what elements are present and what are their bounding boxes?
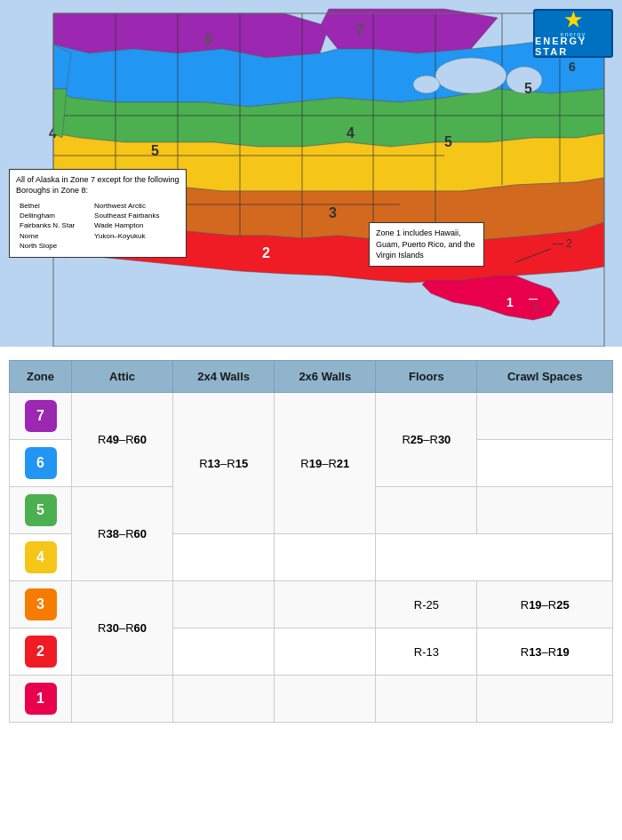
crawl-spaces-cell xyxy=(477,393,613,440)
floors-cell: R-25 xyxy=(376,581,477,628)
crawl-spaces-cell xyxy=(477,676,613,723)
floors-cell: R25–R30 xyxy=(376,393,477,487)
insulation-table: Zone Attic 2x4 Walls 2x6 Walls Floors Cr… xyxy=(9,360,613,723)
floors-cell: R-13 xyxy=(376,628,477,676)
walls-2x4-cell xyxy=(173,676,275,723)
walls-2x4-cell: R13–R15 xyxy=(173,393,275,534)
zone1-note: Zone 1 includes Hawaii, Guam, Puerto Ric… xyxy=(369,222,484,267)
svg-point-22 xyxy=(413,76,440,93)
floors-cell xyxy=(376,487,477,534)
svg-text:7: 7 xyxy=(355,21,364,39)
zone-cell: 4 xyxy=(10,534,72,581)
zone-cell: 3 xyxy=(10,581,72,628)
star-label: ENERGY STAR xyxy=(535,36,611,57)
col-crawl-spaces: Crawl Spaces xyxy=(477,361,613,393)
zone-cell: 5 xyxy=(10,487,72,534)
attic-cell: R38–R60 xyxy=(72,487,173,581)
svg-point-20 xyxy=(435,58,506,93)
crawl-spaces-cell xyxy=(477,440,613,487)
crawl-spaces-cell xyxy=(477,487,613,534)
crawl-spaces-cell: R13–R19 xyxy=(477,628,613,676)
svg-text:1: 1 xyxy=(506,295,514,309)
alaska-note-title: All of Alaska in Zone 7 except for the f… xyxy=(16,174,179,196)
walls-2x6-cell xyxy=(275,676,376,723)
svg-text:3: 3 xyxy=(329,205,337,220)
col-zone: Zone xyxy=(10,361,72,393)
floors-cell xyxy=(173,534,275,581)
svg-text:6: 6 xyxy=(204,32,212,47)
zone-cell: 2 xyxy=(10,628,72,676)
svg-text:5: 5 xyxy=(444,134,452,149)
crawl-spaces-cell: R19–R25 xyxy=(477,581,613,628)
walls-2x4-cell xyxy=(173,628,275,676)
col-walls-2x4: 2x4 Walls xyxy=(173,361,275,393)
walls-2x6-cell xyxy=(275,628,376,676)
energy-star-badge: ★ energy ENERGY STAR xyxy=(533,9,613,58)
crawl-spaces-cell xyxy=(275,534,376,581)
svg-text:4: 4 xyxy=(347,125,355,140)
walls-2x6-cell xyxy=(275,581,376,628)
map-section: 4 5 6 7 4 5 5 6 3 3 3 2 2 1 — 1 — 2 2 Al… xyxy=(0,0,622,347)
svg-marker-2 xyxy=(320,9,498,53)
zone1-note-text: Zone 1 includes Hawaii, Guam, Puerto Ric… xyxy=(376,228,475,260)
attic-cell: R49–R60 xyxy=(72,393,173,487)
energy-star-icon: ★ xyxy=(564,11,582,30)
svg-text:5: 5 xyxy=(524,81,532,96)
zone-cell: 6 xyxy=(10,440,72,487)
col-attic: Attic xyxy=(72,361,173,393)
svg-text:2: 2 xyxy=(262,245,270,260)
svg-text:— 2: — 2 xyxy=(553,237,572,250)
walls-2x4-cell xyxy=(173,581,275,628)
table-section: Zone Attic 2x4 Walls 2x6 Walls Floors Cr… xyxy=(0,347,622,736)
svg-text:1: 1 xyxy=(533,303,538,313)
col-walls-2x6: 2x6 Walls xyxy=(275,361,376,393)
col-floors: Floors xyxy=(376,361,477,393)
attic-cell xyxy=(72,676,173,723)
attic-cell: R30–R60 xyxy=(72,581,173,676)
svg-marker-1 xyxy=(53,13,329,58)
floors-cell xyxy=(376,676,477,723)
svg-text:6: 6 xyxy=(569,60,576,74)
walls-2x6-cell: R19–R21 xyxy=(275,393,376,534)
zone-cell: 7 xyxy=(10,393,72,440)
svg-text:5: 5 xyxy=(151,143,159,158)
zone-cell: 1 xyxy=(10,676,72,723)
alaska-note: All of Alaska in Zone 7 except for the f… xyxy=(9,169,187,258)
